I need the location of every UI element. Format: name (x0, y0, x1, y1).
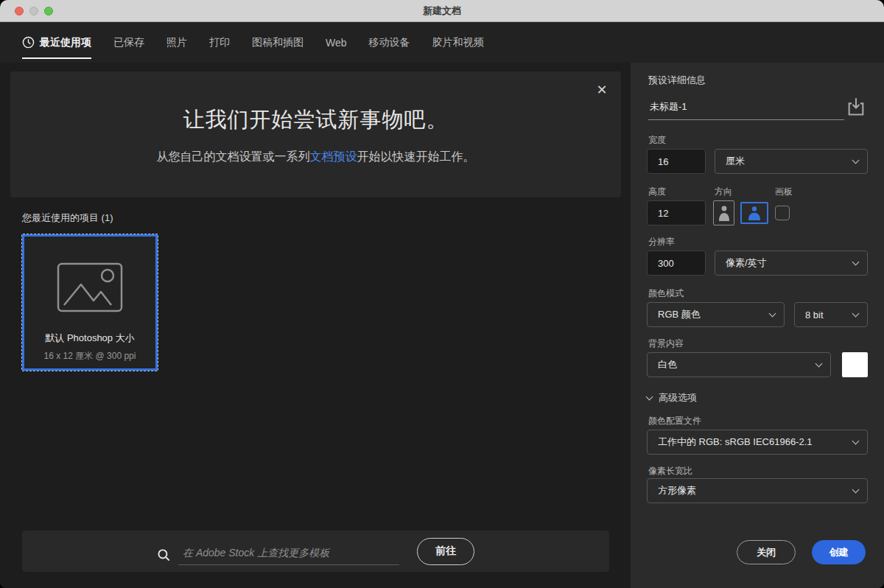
chevron-down-icon (852, 486, 860, 493)
clock-icon (22, 36, 35, 49)
chevron-down-icon (769, 309, 776, 317)
close-button[interactable]: 关闭 (737, 540, 796, 564)
close-icon[interactable]: ✕ (595, 83, 608, 97)
adobe-stock-bar: 前往 (22, 531, 609, 572)
tab-label: 最近使用项 (40, 36, 91, 49)
hero-banner: ✕ 让我们开始尝试新事物吧。 从您自己的文档设置或一系列文档预设开始以快速开始工… (10, 71, 621, 197)
unit-dropdown[interactable]: 厘米 (715, 149, 868, 174)
background-dropdown[interactable]: 白色 (647, 352, 831, 377)
create-button[interactable]: 创建 (812, 540, 866, 564)
panel-header: 预设详细信息 (648, 74, 706, 87)
tab-art-illustration[interactable]: 图稿和插图 (252, 22, 304, 63)
document-name-input[interactable] (648, 101, 844, 120)
pixel-ratio-label: 像素长宽比 (648, 465, 692, 477)
image-placeholder-icon (57, 262, 123, 312)
tab-print[interactable]: 打印 (209, 22, 230, 63)
preset-details-panel: 预设详细信息 宽度 厘米 高度 方向 画板 分辨率 (631, 63, 884, 588)
window-title: 新建文档 (423, 4, 461, 18)
zoom-window-button[interactable] (44, 7, 53, 15)
resolution-unit-dropdown[interactable]: 像素/英寸 (715, 251, 868, 276)
document-presets-link[interactable]: 文档预设 (310, 150, 357, 163)
height-label: 高度 (648, 186, 666, 198)
width-label: 宽度 (648, 134, 666, 147)
tab-web[interactable]: Web (326, 22, 347, 63)
landscape-person-icon (746, 206, 762, 220)
color-mode-dropdown[interactable]: RGB 颜色 (647, 302, 785, 327)
color-profile-dropdown[interactable]: 工作中的 RGB: sRGB IEC61966-2.1 (647, 430, 868, 455)
artboard-checkbox[interactable] (775, 206, 790, 220)
new-document-dialog: 新建文档 最近使用项 已保存 照片 打印 图稿和插图 Web 移动设备 胶片和视… (0, 0, 884, 588)
orientation-label: 方向 (715, 186, 732, 198)
hero-title: 让我们开始尝试新事物吧。 (10, 71, 621, 135)
height-input[interactable] (647, 200, 706, 225)
chevron-down-icon (852, 309, 860, 317)
go-button[interactable]: 前往 (417, 538, 474, 565)
close-window-button[interactable] (15, 7, 24, 15)
save-preset-icon[interactable] (846, 97, 866, 117)
tab-film-video[interactable]: 胶片和视频 (432, 22, 484, 63)
recent-card-title: 默认 Photoshop 大小 (45, 332, 134, 345)
tab-photo[interactable]: 照片 (166, 22, 187, 63)
main-content: ✕ 让我们开始尝试新事物吧。 从您自己的文档设置或一系列文档预设开始以快速开始工… (0, 63, 631, 588)
resolution-label: 分辨率 (648, 236, 675, 248)
recent-card-selection: 默认 Photoshop 大小 16 x 12 厘米 @ 300 ppi (21, 234, 158, 371)
chevron-down-icon (852, 258, 860, 265)
orientation-landscape-button[interactable] (740, 202, 768, 224)
portrait-person-icon (718, 205, 731, 221)
advanced-options-toggle[interactable]: 高级选项 (647, 391, 697, 405)
minimize-window-button (29, 7, 38, 15)
chevron-down-icon (646, 393, 653, 401)
background-color-swatch[interactable] (842, 352, 868, 377)
chevron-down-icon (815, 360, 823, 367)
background-label: 背景内容 (648, 337, 684, 350)
recent-card-subtitle: 16 x 12 厘米 @ 300 ppi (44, 350, 136, 363)
width-input[interactable] (647, 149, 706, 174)
pixel-ratio-dropdown[interactable]: 方形像素 (647, 478, 868, 503)
artboard-label: 画板 (775, 186, 793, 198)
orientation-portrait-button[interactable] (713, 200, 734, 225)
tab-recent[interactable]: 最近使用项 (22, 22, 91, 63)
search-icon (157, 548, 171, 562)
chevron-down-icon (852, 437, 860, 444)
color-mode-label: 颜色模式 (648, 287, 684, 300)
resolution-input[interactable] (647, 251, 706, 276)
hero-subtitle: 从您自己的文档设置或一系列文档预设开始以快速开始工作。 (10, 150, 621, 165)
tab-mobile[interactable]: 移动设备 (369, 22, 410, 63)
titlebar: 新建文档 (0, 0, 884, 22)
category-tabbar: 最近使用项 已保存 照片 打印 图稿和插图 Web 移动设备 胶片和视频 (0, 22, 884, 63)
traffic-lights (15, 7, 53, 15)
tab-saved[interactable]: 已保存 (113, 22, 144, 63)
recent-preset-card[interactable]: 默认 Photoshop 大小 16 x 12 厘米 @ 300 ppi (22, 234, 158, 371)
recent-section-label: 您最近使用的项目 (1) (22, 211, 113, 225)
bit-depth-dropdown[interactable]: 8 bit (794, 302, 868, 327)
stock-search-input[interactable] (178, 547, 399, 565)
color-profile-label: 颜色配置文件 (648, 415, 701, 427)
chevron-down-icon (852, 156, 860, 164)
